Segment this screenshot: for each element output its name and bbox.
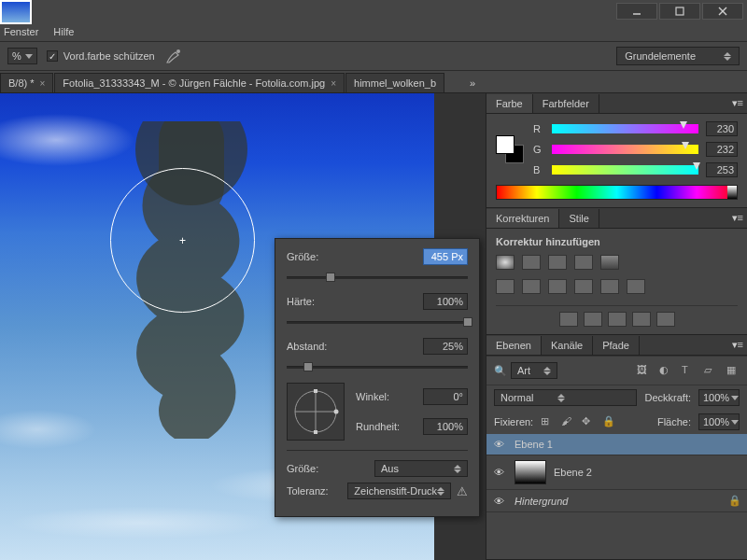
layer-row[interactable]: 👁 Hintergrund 🔒 — [486, 490, 747, 512]
adjustment-lookup-icon[interactable] — [627, 279, 645, 294]
lock-transparency-icon[interactable]: ⊞ — [541, 415, 554, 428]
menu-fenster[interactable]: Fenster — [4, 26, 38, 37]
layer-thumbnail[interactable] — [0, 0, 32, 24]
g-slider[interactable] — [552, 145, 698, 154]
panel-menu-icon[interactable]: ▾≡ — [732, 339, 743, 351]
opacity-input[interactable]: 100% — [698, 389, 740, 406]
window-minimize-button[interactable] — [616, 3, 657, 20]
layer-row[interactable]: 👁 Ebene 1 — [486, 434, 747, 455]
brush-size-dynamics-label: Größe: — [287, 463, 318, 474]
visibility-icon[interactable]: 👁 — [494, 467, 507, 478]
workspace-label: Grundelemente — [625, 50, 696, 62]
g-value[interactable]: 232 — [706, 142, 738, 157]
brush-angle-control[interactable] — [287, 383, 345, 441]
tab-overflow-button[interactable]: » — [464, 74, 481, 92]
layer-row[interactable]: 👁 Ebene 2 — [486, 455, 747, 490]
document-tab-1[interactable]: B/8) *× — [0, 73, 53, 92]
filter-pixel-icon[interactable]: 🖼 — [637, 364, 650, 377]
tablet-pressure-icon[interactable] — [164, 47, 183, 65]
brush-angle-input[interactable]: 0° — [423, 388, 468, 405]
blend-mode-dropdown[interactable]: Normal — [494, 389, 637, 406]
tab-ebenen[interactable]: Ebenen — [486, 336, 542, 355]
brush-hardness-label: Härte: — [287, 296, 315, 307]
brush-tolerance-label: Toleranz: — [287, 485, 329, 497]
brush-roundness-label: Rundheit: — [356, 421, 400, 432]
tab-stile[interactable]: Stile — [559, 209, 599, 228]
panel-menu-icon[interactable]: ▾≡ — [732, 212, 743, 224]
brush-size-label: Größe: — [287, 251, 318, 262]
dropdown-value: Aus — [381, 463, 399, 474]
adjustment-bw-icon[interactable] — [548, 279, 567, 294]
adjustment-brightness-icon[interactable] — [496, 255, 514, 270]
adjustment-vibrance-icon[interactable] — [600, 255, 619, 270]
brush-size-slider[interactable] — [287, 271, 468, 284]
adjustment-gradient-map-icon[interactable] — [632, 312, 651, 327]
layer-name[interactable]: Hintergrund — [514, 496, 721, 507]
protect-foreground-label: Vord.farbe schützen — [63, 50, 155, 62]
color-spectrum[interactable] — [496, 185, 738, 200]
document-tab-2[interactable]: Fotolia_31333343_M - © Jürgen Fälchle - … — [54, 73, 345, 92]
document-tab-3[interactable]: himmel_wolken_b — [345, 73, 444, 92]
r-value[interactable]: 230 — [706, 121, 738, 136]
b-slider[interactable] — [552, 165, 698, 175]
brush-spacing-input[interactable]: 25% — [423, 338, 468, 355]
adjustment-threshold-icon[interactable] — [608, 312, 627, 327]
adjustment-selective-icon[interactable] — [656, 312, 675, 327]
adjustment-balance-icon[interactable] — [522, 279, 541, 294]
tab-pfade[interactable]: Pfade — [593, 336, 640, 355]
menu-hilfe[interactable]: Hilfe — [53, 26, 74, 37]
filter-smart-icon[interactable]: ▦ — [726, 364, 740, 377]
adjustment-hue-icon[interactable] — [496, 279, 514, 294]
lock-pixels-icon[interactable]: 🖌 — [561, 415, 574, 428]
panel-menu-icon[interactable]: ▾≡ — [732, 97, 743, 109]
adjustment-levels-icon[interactable] — [522, 255, 541, 270]
brush-hardness-slider[interactable] — [287, 315, 468, 329]
tab-farbe[interactable]: Farbe — [486, 94, 533, 113]
layer-filter-dropdown[interactable]: Art — [511, 362, 557, 379]
close-icon[interactable]: × — [331, 78, 336, 89]
tab-farbfelder[interactable]: Farbfelder — [533, 94, 599, 113]
svg-rect-1 — [676, 7, 684, 15]
window-maximize-button[interactable] — [659, 3, 700, 20]
b-value[interactable]: 253 — [706, 162, 738, 177]
fill-label: Fläche: — [657, 416, 691, 427]
adjustment-exposure-icon[interactable] — [574, 255, 593, 270]
lock-position-icon[interactable]: ✥ — [582, 415, 595, 428]
r-slider[interactable] — [552, 124, 698, 133]
lock-label: Fixieren: — [494, 416, 533, 427]
adjustment-posterize-icon[interactable] — [584, 312, 602, 327]
layer-thumbnail[interactable] — [514, 460, 546, 484]
tab-label: B/8) * — [8, 77, 35, 89]
workspace-dropdown[interactable]: Grundelemente — [616, 47, 740, 65]
brush-size-input[interactable]: 455 Px — [423, 248, 468, 265]
filter-type-icon[interactable]: T — [682, 364, 695, 377]
filter-shape-icon[interactable]: ▱ — [704, 364, 717, 377]
filter-adjustment-icon[interactable]: ◐ — [659, 364, 672, 377]
adjustment-photo-filter-icon[interactable] — [574, 279, 593, 294]
adjustment-curves-icon[interactable] — [548, 255, 567, 270]
visibility-icon[interactable]: 👁 — [494, 496, 507, 507]
canvas[interactable]: Größe: 455 Px Härte: 100% Abstand: 25% W… — [0, 93, 486, 560]
opacity-field[interactable]: % — [7, 48, 37, 64]
adjustment-invert-icon[interactable] — [559, 312, 578, 327]
close-icon[interactable]: × — [40, 78, 46, 89]
fill-input[interactable]: 100% — [698, 413, 740, 430]
layer-name[interactable]: Ebene 1 — [514, 439, 740, 450]
brush-spacing-slider[interactable] — [287, 360, 468, 373]
color-swatch[interactable] — [496, 135, 524, 163]
window-close-button[interactable] — [702, 3, 743, 20]
brush-roundness-input[interactable]: 100% — [423, 418, 468, 435]
protect-foreground-checkbox[interactable] — [47, 50, 58, 62]
warning-icon: ⚠ — [457, 484, 468, 498]
layer-name[interactable]: Ebene 2 — [554, 467, 740, 478]
tab-kanaele[interactable]: Kanäle — [542, 336, 593, 355]
brush-tolerance-dropdown[interactable]: Zeichenstift-Druck — [347, 483, 451, 499]
adjustment-channel-mixer-icon[interactable] — [600, 279, 619, 294]
tab-korrekturen[interactable]: Korrekturen — [486, 209, 559, 228]
brush-size-dynamics-dropdown[interactable]: Aus — [374, 460, 468, 477]
opacity-label: Deckkraft: — [644, 392, 691, 403]
brush-hardness-input[interactable]: 100% — [423, 293, 468, 310]
tab-label: Fotolia_31333343_M - © Jürgen Fälchle - … — [63, 77, 325, 89]
lock-all-icon[interactable]: 🔒 — [602, 415, 615, 428]
visibility-icon[interactable]: 👁 — [494, 439, 507, 450]
